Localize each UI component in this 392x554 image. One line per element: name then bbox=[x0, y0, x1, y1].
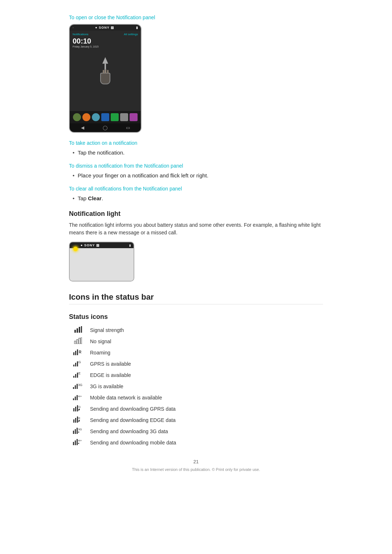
small-phone-body bbox=[70, 248, 134, 281]
status-icon-label: Mobile data network is available bbox=[87, 392, 323, 403]
date-display: Friday January 5, 1015 bbox=[73, 45, 138, 48]
phone-app-icons bbox=[70, 111, 141, 123]
dismiss-section: To dismiss a notification from the Notif… bbox=[69, 163, 323, 178]
status-icon-cell: G bbox=[69, 358, 87, 369]
svg-rect-1 bbox=[77, 328, 78, 333]
dismiss-heading: To dismiss a notification from the Notif… bbox=[69, 163, 323, 169]
app-icon-1 bbox=[73, 113, 81, 121]
svg-text:G: G bbox=[78, 360, 81, 364]
svg-rect-0 bbox=[74, 330, 76, 333]
svg-rect-4 bbox=[74, 341, 76, 344]
clear-heading: To clear all notifications from the Noti… bbox=[69, 186, 323, 192]
notification-light-dot bbox=[73, 247, 78, 251]
app-icon-7 bbox=[130, 113, 138, 121]
dot-icon: · bbox=[73, 26, 74, 29]
status-icon-row: H+ Mobile data network is available bbox=[69, 392, 323, 403]
svg-rect-8 bbox=[73, 352, 74, 355]
svg-rect-12 bbox=[73, 365, 74, 366]
status-icon-label: EDGE is available bbox=[87, 369, 323, 381]
status-icon-row: Signal strength bbox=[69, 324, 323, 336]
status-icons-table: Signal strength No signal R Roaming G GP… bbox=[69, 324, 323, 448]
clock-display: 00:10 bbox=[73, 37, 138, 45]
svg-marker-44 bbox=[78, 431, 79, 433]
recent-icon: ▭ bbox=[126, 125, 130, 130]
clear-section: To clear all notifications from the Noti… bbox=[69, 186, 323, 201]
svg-rect-42 bbox=[77, 428, 78, 434]
phone-mockup-light: ● SONY ▨ ▮ bbox=[69, 242, 134, 282]
app-icon-2 bbox=[82, 113, 90, 121]
svg-rect-16 bbox=[73, 376, 74, 378]
status-icon-row: E Sending and downloading EDGE data bbox=[69, 414, 323, 426]
take-action-item: Tap the notification. bbox=[73, 149, 323, 156]
app-icon-4 bbox=[101, 113, 109, 121]
dismiss-list: Place your finger on a notification and … bbox=[73, 172, 323, 178]
notifications-label: Notifications bbox=[73, 33, 89, 36]
svg-rect-47 bbox=[77, 439, 78, 445]
svg-rect-10 bbox=[77, 349, 78, 355]
svg-rect-14 bbox=[77, 361, 78, 366]
status-icon-label: Sending and downloading GPRS data bbox=[87, 403, 323, 414]
svg-rect-46 bbox=[75, 440, 76, 445]
icons-status-bar-title: Icons in the status bar bbox=[69, 292, 323, 304]
svg-rect-2 bbox=[79, 327, 80, 333]
signal-icons: ▮ bbox=[136, 26, 138, 29]
dismiss-item: Place your finger on a notification and … bbox=[73, 172, 323, 178]
status-icon-cell: H+ bbox=[69, 437, 87, 448]
svg-rect-20 bbox=[73, 387, 74, 389]
svg-rect-7 bbox=[81, 337, 82, 344]
svg-rect-28 bbox=[73, 408, 74, 411]
svg-rect-40 bbox=[73, 431, 74, 434]
svg-rect-3 bbox=[81, 326, 82, 333]
svg-rect-13 bbox=[75, 363, 76, 366]
sony-logo-small: ● SONY ▨ bbox=[81, 243, 100, 247]
svg-text:E: E bbox=[78, 416, 80, 420]
svg-rect-5 bbox=[77, 340, 78, 344]
icons-status-bar-section: Icons in the status bar Status icons Sig… bbox=[69, 292, 323, 448]
status-icon-label: Sending and downloading EDGE data bbox=[87, 414, 323, 426]
svg-rect-9 bbox=[75, 351, 76, 355]
status-icon-cell: H+ bbox=[69, 392, 87, 403]
status-icon-label: No signal bbox=[87, 336, 323, 347]
swipe-gesture bbox=[100, 57, 110, 85]
status-icon-label: Sending and downloading mobile data bbox=[87, 437, 323, 448]
status-icon-row: R Roaming bbox=[69, 347, 323, 358]
notification-light-title: Notification light bbox=[69, 210, 323, 218]
svg-rect-6 bbox=[79, 338, 80, 344]
app-icon-5 bbox=[111, 113, 119, 121]
take-action-heading: To take action on a notification bbox=[69, 140, 323, 146]
status-icon-row: 3G Sending and downloading 3G data bbox=[69, 426, 323, 437]
status-icon-row: G Sending and downloading GPRS data bbox=[69, 403, 323, 414]
status-icon-label: GPRS is available bbox=[87, 358, 323, 369]
svg-text:3G: 3G bbox=[78, 383, 82, 387]
svg-rect-17 bbox=[75, 374, 76, 378]
svg-rect-26 bbox=[77, 395, 78, 400]
status-icon-row: H+ Sending and downloading mobile data bbox=[69, 437, 323, 448]
svg-marker-49 bbox=[78, 443, 79, 444]
status-icon-label: 3G is available bbox=[87, 381, 323, 392]
svg-text:H+: H+ bbox=[78, 395, 82, 398]
clear-item: Tap Clear. bbox=[73, 195, 323, 201]
status-icon-cell: E bbox=[69, 414, 87, 426]
svg-rect-34 bbox=[73, 419, 74, 423]
svg-rect-30 bbox=[77, 405, 78, 411]
status-icon-cell: E bbox=[69, 369, 87, 381]
sony-logo: ● SONY ▨ bbox=[95, 26, 114, 29]
status-icon-row: E EDGE is available bbox=[69, 369, 323, 381]
app-icon-3 bbox=[92, 113, 100, 121]
svg-text:G: G bbox=[78, 405, 81, 409]
svg-rect-25 bbox=[75, 397, 76, 400]
notification-light-section: Notification light The notification ligh… bbox=[69, 210, 323, 282]
status-icon-cell: G bbox=[69, 403, 87, 414]
page-number: 21 bbox=[69, 459, 323, 464]
svg-rect-21 bbox=[75, 385, 76, 389]
svg-rect-22 bbox=[77, 384, 78, 389]
svg-text:E: E bbox=[78, 372, 81, 375]
back-icon: ◀ bbox=[81, 125, 84, 130]
status-icons-title: Status icons bbox=[69, 313, 323, 321]
take-action-section: To take action on a notification Tap the… bbox=[69, 140, 323, 156]
home-icon: ◯ bbox=[103, 125, 107, 130]
status-icon-label: Signal strength bbox=[87, 324, 323, 336]
svg-rect-24 bbox=[73, 398, 74, 400]
svg-text:H+: H+ bbox=[78, 439, 82, 442]
phone-mockup-notification: · ● SONY ▨ ▮ Notifications All settings … bbox=[69, 24, 142, 133]
